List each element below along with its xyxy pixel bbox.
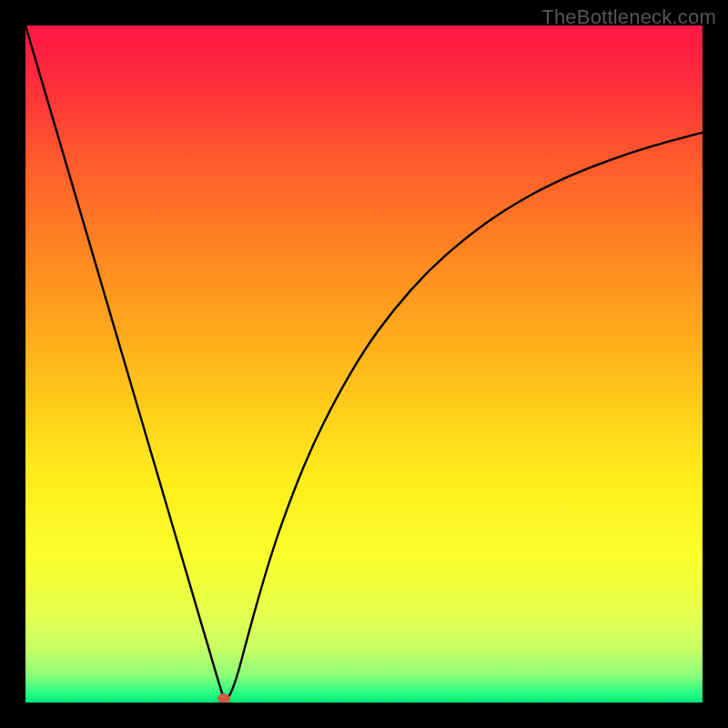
gradient-background	[25, 25, 703, 703]
chart-frame: TheBottleneck.com	[0, 0, 728, 728]
bottleneck-chart	[25, 25, 703, 703]
plot-area	[25, 25, 703, 703]
